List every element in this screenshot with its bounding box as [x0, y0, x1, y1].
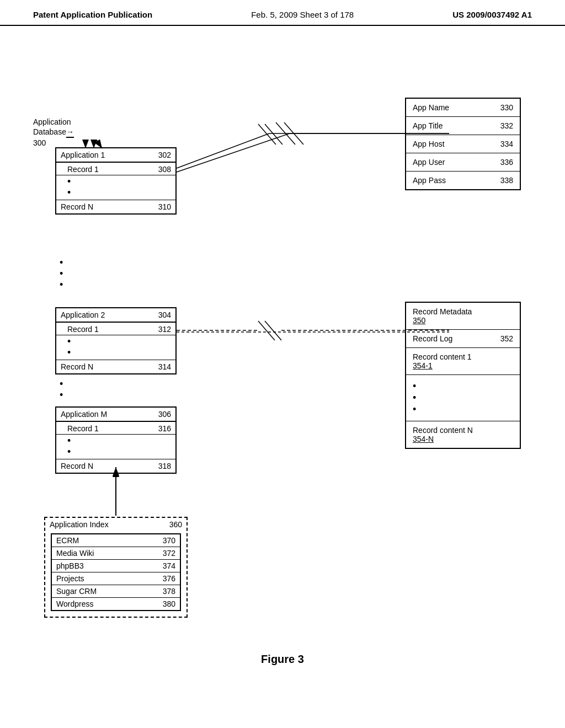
app-props-row-title: App Title 332 — [406, 117, 520, 135]
between-apps-dots-1: ••• — [60, 258, 64, 290]
ecrm-label: ECRM — [56, 536, 79, 545]
app-props-row-name: App Name 330 — [406, 99, 520, 117]
record-contentN-label: Record content N354-N — [413, 426, 473, 443]
app1-recordN: Record N 310 — [56, 200, 175, 213]
appM-record1-label: Record 1 — [67, 424, 99, 433]
record-contentN-row: Record content N354-N — [406, 421, 520, 448]
app-index-phpbb3: phpBB3 374 — [52, 560, 180, 572]
application-2-box: Application 2 304 Record 1 312 •• Record… — [55, 307, 177, 374]
app-name-label: App Name — [413, 103, 449, 112]
phpbb3-label: phpBB3 — [56, 561, 84, 570]
app-props-row-user: App User 336 — [406, 153, 520, 172]
app-index-sugarcrm: Sugar CRM 378 — [52, 585, 180, 598]
app2-recordN: Record N 314 — [56, 360, 175, 373]
app1-record1: Record 1 308 — [56, 163, 175, 175]
app-title-ref: 332 — [500, 121, 513, 130]
between-apps-dots-2: •• — [60, 379, 64, 401]
app-host-label: App Host — [413, 140, 445, 148]
app-db-line1: Application — [33, 117, 74, 127]
header: Patent Application Publication Feb. 5, 2… — [0, 0, 565, 26]
app-name-ref: 330 — [500, 103, 513, 112]
appM-record1: Record 1 316 — [56, 422, 175, 435]
svg-line-14 — [177, 133, 269, 168]
app2-header: Application 2 304 — [56, 308, 175, 323]
sugarcrm-label: Sugar CRM — [56, 587, 97, 596]
header-publisher: Patent Application Publication — [33, 10, 152, 19]
projects-ref: 376 — [163, 574, 175, 583]
app1-name: Application 1 — [61, 151, 105, 159]
app2-name: Application 2 — [61, 311, 105, 319]
app1-recordN-ref: 310 — [158, 202, 171, 211]
appM-dots: •• — [56, 435, 175, 459]
header-patent-number: US 2009/0037492 A1 — [452, 10, 532, 19]
appM-recordN-label: Record N — [61, 462, 93, 470]
mediawiki-ref: 372 — [163, 549, 175, 558]
app-title-label: App Title — [413, 121, 443, 130]
app-index-wordpress: Wordpress 380 — [52, 598, 180, 610]
app-index-ref: 360 — [169, 520, 182, 529]
app2-recordN-ref: 314 — [158, 362, 171, 371]
app1-header: Application 1 302 — [56, 148, 175, 163]
svg-line-7 — [284, 122, 303, 144]
app1-dots: •• — [56, 175, 175, 200]
app-props-row-pass: App Pass 338 — [406, 172, 520, 189]
app-index-mediawiki: Media Wiki 372 — [52, 547, 180, 560]
app-db-line2: Database→ — [33, 127, 74, 138]
app-user-label: App User — [413, 158, 445, 167]
appM-recordN-ref: 318 — [158, 462, 171, 470]
phpbb3-ref: 374 — [163, 561, 175, 570]
app-props-row-host: App Host 334 — [406, 135, 520, 153]
app-index-header: Application Index 360 — [45, 518, 186, 531]
svg-line-4 — [177, 133, 290, 172]
application-1-box: Application 1 302 Record 1 308 •• Record… — [55, 147, 177, 215]
app1-record1-label: Record 1 — [67, 165, 99, 174]
record-metadata-row: Record Metadata350 — [406, 303, 520, 330]
app2-record1-ref: 312 — [158, 325, 171, 334]
application-m-box: Application M 306 Record 1 316 •• Record… — [55, 406, 177, 474]
app-index-projects: Projects 376 — [52, 572, 180, 585]
svg-line-16 — [258, 124, 276, 144]
app-index-label: Application Index — [50, 520, 109, 529]
appM-ref: 306 — [158, 410, 171, 419]
projects-label: Projects — [56, 574, 84, 583]
app-user-ref: 336 — [500, 158, 513, 167]
wordpress-label: Wordpress — [56, 599, 93, 608]
figure-caption: Figure 3 — [261, 653, 304, 666]
record-log-label: Record Log — [413, 334, 452, 343]
svg-line-6 — [276, 122, 295, 144]
app2-dots: •• — [56, 335, 175, 360]
app2-record1-label: Record 1 — [67, 325, 99, 334]
header-date-sheet: Feb. 5, 2009 Sheet 3 of 178 — [251, 10, 354, 19]
app1-ref: 302 — [158, 151, 171, 159]
record-log-row: Record Log 352 — [406, 330, 520, 348]
app-properties-box: App Name 330 App Title 332 App Host 334 … — [405, 98, 521, 190]
app-db-ref: 300 — [33, 138, 74, 148]
record-log-ref: 352 — [500, 334, 513, 343]
record-content-dots: ••• — [406, 375, 520, 421]
appM-recordN: Record N 318 — [56, 459, 175, 473]
mediawiki-label: Media Wiki — [56, 549, 94, 558]
record-content1-label: Record content 1354-1 — [413, 352, 472, 370]
appM-header: Application M 306 — [56, 408, 175, 422]
app2-recordN-label: Record N — [61, 362, 93, 371]
sugarcrm-ref: 378 — [163, 587, 175, 596]
application-index-box: Application Index 360 ECRM 370 Media Wik… — [44, 517, 188, 618]
app-db-label: Application Database→ 300 — [33, 117, 74, 148]
svg-line-19 — [258, 321, 275, 340]
app1-recordN-label: Record N — [61, 202, 93, 211]
svg-line-17 — [265, 124, 282, 144]
app-pass-ref: 338 — [500, 176, 513, 185]
app-index-inner: ECRM 370 Media Wiki 372 phpBB3 374 Proje… — [51, 533, 181, 611]
app1-record1-ref: 308 — [158, 165, 171, 174]
ecrm-ref: 370 — [163, 536, 175, 545]
record-properties-box: Record Metadata350 Record Log 352 Record… — [405, 302, 521, 449]
app2-ref: 304 — [158, 311, 171, 319]
app-index-ecrm: ECRM 370 — [52, 534, 180, 547]
page: Patent Application Publication Feb. 5, 2… — [0, 0, 565, 728]
diagram-area: Application Database→ 300 Application 1 … — [0, 26, 565, 677]
app-host-ref: 334 — [500, 140, 513, 148]
appM-record1-ref: 316 — [158, 424, 171, 433]
svg-line-20 — [265, 321, 281, 340]
app2-record1: Record 1 312 — [56, 323, 175, 335]
wordpress-ref: 380 — [163, 599, 175, 608]
